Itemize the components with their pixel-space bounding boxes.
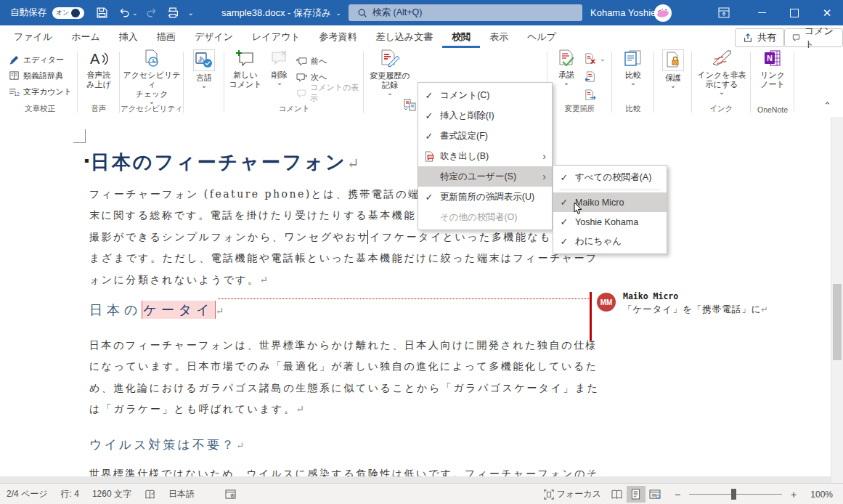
show-comments-button[interactable]: コメントの表示 xyxy=(296,86,363,100)
zoom-in-button[interactable]: + xyxy=(788,484,804,504)
display-for-review-icon xyxy=(404,99,416,111)
scrollbar-thumb[interactable] xyxy=(833,284,842,360)
text-cursor xyxy=(367,230,368,244)
hide-ink-icon xyxy=(712,49,732,68)
compare-button[interactable]: 比較 ⌄ xyxy=(619,49,648,86)
print-layout-icon xyxy=(631,489,640,500)
share-button[interactable]: 共有 xyxy=(735,28,784,47)
menu-item-highlight-updates[interactable]: ✓ 更新箇所の強調表示(U) xyxy=(418,187,552,207)
zoom-slider[interactable] xyxy=(689,494,782,495)
commented-text-highlight[interactable]: ケータイ xyxy=(142,301,215,319)
tab-design[interactable]: デザイン xyxy=(185,26,243,48)
collapse-ribbon-button[interactable]: ⌃ xyxy=(823,100,831,111)
search-placeholder: 検索 (Alt+Q) xyxy=(372,7,422,19)
thesaurus-button[interactable]: 類義語辞典 xyxy=(9,68,63,83)
group-ink: インクを非表 示にする ⌄ インク xyxy=(693,48,750,116)
read-aloud-button[interactable]: A 音声読 み上げ xyxy=(81,49,117,89)
read-aloud-icon: A xyxy=(89,49,109,68)
submenu-item-yoshie-kohama[interactable]: ✓ Yoshie Kohama xyxy=(553,212,667,232)
tab-draw[interactable]: 描画 xyxy=(147,26,185,48)
tab-layout[interactable]: レイアウト xyxy=(243,26,310,48)
web-layout-button[interactable] xyxy=(646,486,664,503)
new-comment-button[interactable]: 新しい コメント xyxy=(228,49,263,89)
accept-button[interactable]: 承諾 ⌄ xyxy=(550,49,582,86)
tab-insert[interactable]: 挿入 xyxy=(110,26,147,48)
protect-button[interactable]: 保護 ⌄ xyxy=(659,49,688,89)
minimize-button[interactable] xyxy=(746,0,778,25)
tab-view[interactable]: 表示 xyxy=(480,26,518,48)
proofing-status-button[interactable] xyxy=(138,484,162,504)
print-layout-button[interactable] xyxy=(627,486,646,503)
submenu-item-wani-chan[interactable]: ✓ わにちゃん xyxy=(553,232,667,251)
zoom-level[interactable]: 100% xyxy=(804,484,843,504)
user-name[interactable]: Kohama Yoshie xyxy=(590,0,656,25)
document-paragraph-2: 日本のフィーチャーフォンは、世界標準からかけ離れた、日本人向けに開発された独自の… xyxy=(89,335,600,420)
close-button[interactable]: ✕ xyxy=(811,0,843,25)
save-button[interactable] xyxy=(96,0,108,25)
reject-chevron-icon: ⌄ xyxy=(600,55,606,62)
svg-text:N: N xyxy=(767,54,773,62)
reject-change-button[interactable]: ⌄ xyxy=(585,52,606,66)
save-icon xyxy=(96,7,108,19)
char-count[interactable]: 1260 文字 xyxy=(86,484,138,504)
hide-ink-button[interactable]: インクを非表 示にする ⌄ xyxy=(696,49,748,95)
title-dropdown-icon[interactable]: ⌄ xyxy=(335,9,341,17)
customize-qat-button[interactable]: ⌄ xyxy=(188,0,194,25)
delete-comment-button[interactable]: 削除 ⌄ xyxy=(266,49,293,86)
tab-help[interactable]: ヘルプ xyxy=(518,26,566,48)
group-label-ink: インク xyxy=(693,104,750,114)
ribbon-display-options-button[interactable] xyxy=(708,0,740,25)
menu-item-formatting[interactable]: ✓ 書式設定(F) xyxy=(418,126,552,146)
comments-button[interactable]: コメント xyxy=(784,28,843,47)
user-avatar[interactable] xyxy=(654,4,672,22)
macro-recording-button[interactable] xyxy=(219,484,243,504)
menu-separator xyxy=(559,190,661,190)
editor-button[interactable]: エディター xyxy=(9,52,64,67)
quick-print-button[interactable] xyxy=(166,0,179,25)
previous-comment-button[interactable]: 前へ xyxy=(296,54,327,68)
group-label-compare: 比較 xyxy=(613,104,653,114)
menu-item-specific-people[interactable]: 特定のユーザー(S) › xyxy=(418,166,552,187)
toggle-knob-icon xyxy=(71,9,80,17)
mouse-cursor xyxy=(574,202,583,216)
document-heading-3: ウイルス対策は不要？↵ xyxy=(89,436,244,453)
submenu-item-maiko-micro[interactable]: ✓ Maiko Micro xyxy=(553,192,667,212)
redo-button[interactable] xyxy=(145,0,158,25)
tab-references[interactable]: 参考資料 xyxy=(310,26,367,48)
maximize-button[interactable] xyxy=(778,0,810,25)
zoom-out-button[interactable]: − xyxy=(664,484,683,504)
line-indicator[interactable]: 行: 4 xyxy=(54,484,86,504)
submenu-item-all-reviewers[interactable]: ✓ すべての校閲者(A) xyxy=(553,168,667,187)
tab-file[interactable]: ファイル xyxy=(4,26,62,48)
undo-button[interactable]: ⌄ xyxy=(118,0,138,25)
focus-icon xyxy=(544,489,554,500)
next-change-button[interactable] xyxy=(585,88,596,102)
menu-item-insertions-deletions[interactable]: ✓ 挿入と削除(I) xyxy=(418,105,552,126)
menu-item-comments[interactable]: ✓ コメント(C) xyxy=(418,85,552,105)
menu-item-other-authors[interactable]: その他の校閲者(O) xyxy=(418,207,552,227)
vertical-scrollbar[interactable] xyxy=(831,117,843,483)
focus-mode-button[interactable]: フォーカス xyxy=(537,484,608,504)
tab-review[interactable]: 校閲 xyxy=(442,26,480,48)
group-label-onenote: OneNote xyxy=(752,105,794,114)
word-count-button[interactable]: 123 文字カウント xyxy=(9,84,72,99)
read-mode-button[interactable] xyxy=(608,486,627,503)
group-changes: 承諾 ⌄ ⌄ 変更箇所 xyxy=(548,48,611,116)
language-button[interactable]: あ 言語 ⌄ xyxy=(189,49,219,89)
menu-item-balloons[interactable]: 吹き出し(B) › xyxy=(418,146,552,166)
language-indicator[interactable]: 日本語 xyxy=(162,484,201,504)
previous-change-button[interactable] xyxy=(585,70,596,84)
undo-dropdown-icon[interactable]: ⌄ xyxy=(132,9,138,17)
page-indicator[interactable]: 2/4 ページ xyxy=(0,484,54,504)
search-box[interactable]: 検索 (Alt+Q) xyxy=(349,4,582,21)
compare-chevron-icon: ⌄ xyxy=(630,80,636,86)
tab-mailings[interactable]: 差し込み文書 xyxy=(367,26,443,48)
tab-home[interactable]: ホーム xyxy=(62,26,110,48)
linked-notes-button[interactable]: N リンク ノート xyxy=(757,49,789,89)
language-chevron-icon: ⌄ xyxy=(201,83,207,89)
zoom-slider-thumb[interactable] xyxy=(731,489,736,500)
track-changes-button[interactable]: 変更履歴の 記録 ⌄ xyxy=(369,49,411,96)
onenote-icon: N xyxy=(763,49,783,68)
autosave-toggle[interactable]: オン xyxy=(52,7,84,19)
accessibility-check-button[interactable]: アクセシビリティ チェック ⌄ xyxy=(123,49,181,105)
